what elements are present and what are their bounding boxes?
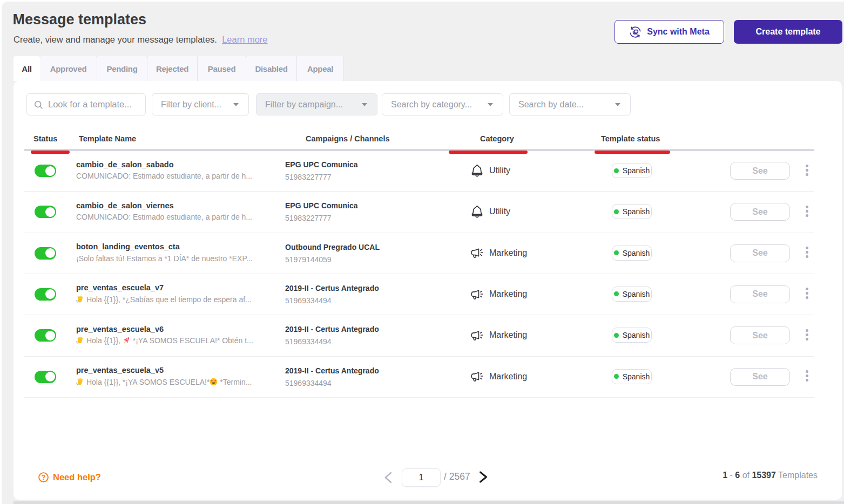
svg-text:?: ? xyxy=(42,474,45,481)
